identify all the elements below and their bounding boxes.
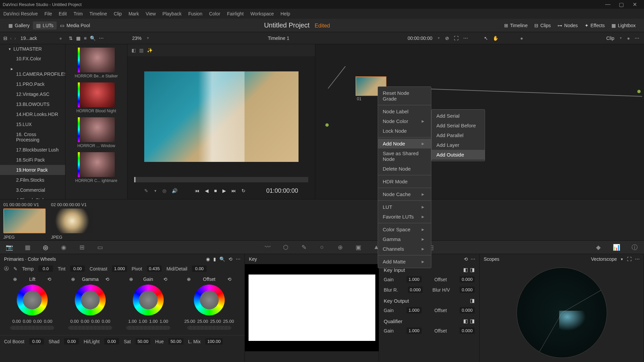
picker-icon[interactable]: ⊕ [13,277,17,282]
ctx-item[interactable]: Save as Shared Node [378,148,431,164]
sidebar-item[interactable]: ▸ 11.CAMERA.PROFILES [0,64,65,79]
dot-icon[interactable]: ● [59,36,62,41]
flag-dropdown-icon[interactable]: ▼ [154,189,157,193]
more-icon[interactable]: ⋯ [635,256,640,262]
search-icon[interactable]: 🔍 [90,36,96,41]
minimize-button[interactable]: — [601,0,614,8]
gamma-wheel[interactable] [75,285,106,315]
input-gain[interactable]: 1.000 [407,276,422,283]
offset-value[interactable]: 25.00 [223,319,234,324]
zoom-dropdown-icon[interactable]: ▼ [146,36,150,40]
sidebar-item[interactable]: 19.Horror Pack [0,165,65,175]
menu-file[interactable]: File [44,11,52,16]
next-clip-icon[interactable]: ⏭ [231,188,236,193]
reset-icon[interactable]: ⟲ [47,277,51,282]
pivot-field[interactable]: 0.435 [147,265,162,272]
qualifier-icon[interactable]: ✎ [300,243,308,251]
reset-icon[interactable]: ⟲ [163,277,167,282]
magic-mask-icon[interactable]: ▣ [354,243,362,251]
middetail-field[interactable]: 0.00 [192,265,207,272]
close-button[interactable]: ✕ [628,0,641,8]
temp-field[interactable]: 0.0 [38,265,53,272]
lut-thumb[interactable] [78,48,115,72]
more-icon[interactable]: ⋯ [99,36,104,41]
ctx-item[interactable]: Add Matte▶ [378,257,431,266]
nodes-button[interactable]: ⊶ Nodes [554,21,581,29]
lift-slider[interactable] [10,326,54,330]
node-input-dot[interactable] [325,123,329,127]
ctx-item[interactable]: LUT▶ [378,202,431,212]
ctx-item[interactable]: Favorite LUTs▶ [378,212,431,222]
sidebar-item[interactable]: 2.Film.Stocks [0,175,65,185]
qualifier-gain[interactable]: 1.000 [407,327,422,334]
output-gain[interactable]: 1.000 [407,307,422,313]
node-dot[interactable]: ● [627,36,630,41]
picker-icon[interactable]: ⊕ [187,277,191,282]
gamma-slider[interactable] [68,326,112,330]
tracker-icon[interactable]: ⊕ [336,243,344,251]
reset-icon[interactable]: ⟲ [227,277,231,282]
effects-button[interactable]: ✦ Effects [581,21,608,29]
sort-icon[interactable]: ⇅ [69,36,73,41]
offset-value[interactable]: 25.00 [210,319,221,324]
timeline-name[interactable]: Timeline 1 [154,36,403,41]
camera-raw-icon[interactable]: 📷 [5,243,13,251]
bars-mode-icon[interactable]: ▮ [213,256,216,262]
sidebar-item[interactable]: 10.FX.Color [0,54,65,64]
lift-wheel[interactable] [17,285,48,315]
scope-mode[interactable]: Vectorscope [591,256,617,262]
picker-icon[interactable]: ⊕ [129,277,133,282]
menu-mark[interactable]: Mark [128,11,139,16]
lut-thumb[interactable] [78,152,115,177]
sidebar-item[interactable]: 14.HDR.Looks.HDR [0,109,65,119]
ctx-item[interactable]: Gamma▶ [378,234,431,244]
ctx-submenu-item[interactable]: Add Serial Before [432,121,485,130]
menu-edit[interactable]: Edit [59,11,67,16]
output-offset[interactable]: 0.000 [460,307,475,313]
offset-wheel[interactable] [194,285,225,315]
reset-icon[interactable]: ⟲ [464,256,468,262]
node-mode[interactable]: Clip [606,36,614,41]
highlight-icon[interactable]: ✨ [147,48,153,53]
gamma-value[interactable]: 0.00 [91,319,100,324]
sidebar-item[interactable]: 18.SciFi Pack [0,155,65,165]
input-offset[interactable]: 0.000 [460,276,475,283]
gain-value[interactable]: 1.00 [149,319,158,324]
viewer-timecode-top[interactable]: 00:00:00:00 [408,36,432,41]
timeline-button[interactable]: ⊞ Timeline [501,21,531,29]
menu-fairlight[interactable]: Fairlight [227,11,244,16]
gamma-value[interactable]: 0.00 [81,319,89,324]
offset-slider[interactable] [187,326,231,330]
luts-button[interactable]: ▤ LUTs [33,21,57,29]
node-slider-dot[interactable]: ● [520,36,523,41]
auto-icon[interactable]: Ⓐ [4,266,9,272]
expand-icon[interactable]: ⛶ [454,36,459,41]
menu-clip[interactable]: Clip [114,11,122,16]
lift-value[interactable]: 0.00 [33,319,42,324]
sat-field[interactable]: 50.00 [136,338,151,345]
sidebar-item[interactable]: 17.Blockbuster Lush [0,145,65,155]
node-more-icon[interactable]: ⋯ [635,36,639,41]
matte-toggle-icon[interactable]: ◨ [470,267,475,273]
lift-value[interactable]: 0.00 [44,319,52,324]
info-icon[interactable]: ⓘ [631,243,639,251]
more-icon[interactable]: ⋯ [463,36,468,41]
node-panel[interactable]: 01 Reset Node GradeNode LabelNode Color▶… [315,44,644,199]
keyframe-icon[interactable]: ◆ [594,243,602,251]
ctx-item[interactable]: Reset Node Grade [378,88,431,104]
viewer-scrubber[interactable] [134,177,308,182]
output-toggle-icon[interactable]: ◨ [470,298,475,304]
lift-value[interactable]: 0.00 [23,319,31,324]
step-back-icon[interactable]: ◀ [205,188,209,193]
qualifier-offset[interactable]: 0.000 [460,327,475,334]
color-match-icon[interactable]: ▦ [23,243,32,251]
sidebar-item[interactable]: 13.BLOWOUTS [0,99,65,109]
viewer-image[interactable] [144,71,299,162]
sidebar-item[interactable]: 11.PRO.Pack [0,79,65,89]
back-icon[interactable]: ‹ [10,36,12,41]
hand-icon[interactable]: ✋ [493,36,498,41]
forward-icon[interactable]: › [14,36,16,41]
mode-dropdown-icon[interactable]: ▼ [619,36,623,40]
warper-icon[interactable]: ⬡ [282,243,290,251]
hue-field[interactable]: 50.00 [168,338,183,345]
